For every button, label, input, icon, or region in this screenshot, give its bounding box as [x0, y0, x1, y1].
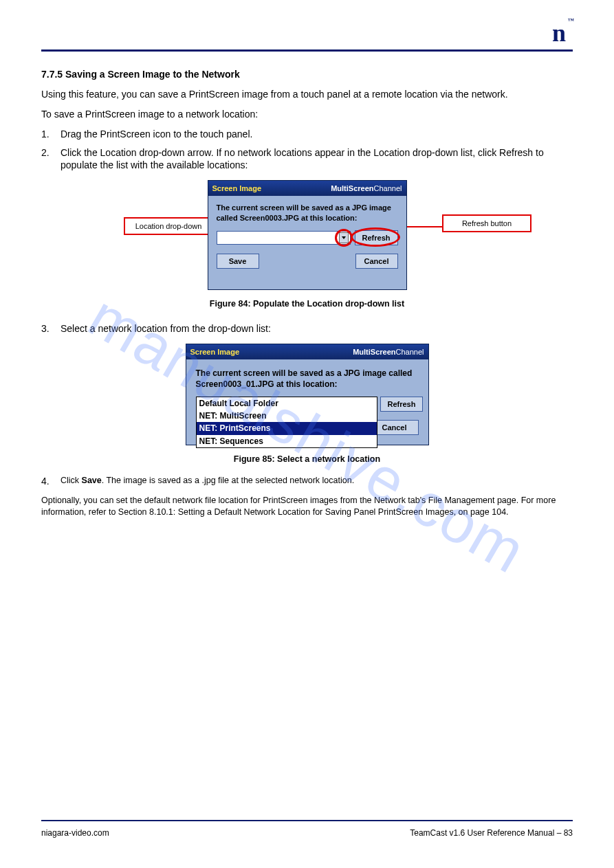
closing-para: Optionally, you can set the default netw… [41, 495, 573, 518]
step-2-text: Click the Location drop-down arrow. If n… [61, 146, 573, 173]
location-listbox[interactable]: Default Local Folder NET: MultiScreen NE… [196, 397, 377, 448]
brand-logo: n ™ [552, 21, 566, 45]
footer-left: niagara-video.com [41, 828, 109, 838]
header-divider [41, 49, 573, 52]
footer-divider [41, 820, 573, 821]
dialog-brand: MultiScreenChannel [331, 183, 402, 194]
intro-para-2: To save a PrintScreen image to a network… [41, 108, 573, 121]
step-1-num: 1. [41, 128, 61, 141]
step-3-text: Select a network location from the drop-… [61, 322, 573, 335]
dialog-brand-2: MultiScreenChannel [353, 347, 424, 357]
refresh-button-2[interactable]: Refresh [380, 397, 424, 412]
dialog-message-2: The current screen will be saved as a JP… [196, 368, 419, 390]
brand-tm: ™ [568, 18, 574, 24]
screen-image-dialog-2: Screen Image MultiScreenChannel The curr… [186, 344, 429, 445]
callout-location-dropdown: Location drop-down [124, 217, 213, 235]
callout-location-dropdown-label: Location drop-down [135, 221, 202, 232]
screen-image-dialog-1: Screen Image MultiScreenChannel The curr… [208, 180, 407, 290]
location-dropdown[interactable] [217, 231, 351, 245]
list-item[interactable]: Default Local Folder [197, 397, 377, 410]
highlight-oval-refresh [351, 227, 400, 247]
step-3-num: 3. [41, 322, 61, 335]
dialog-message: The current screen will be saved as a JP… [217, 203, 398, 223]
callout-refresh-button-label: Refresh button [462, 219, 512, 229]
step-1-text: Drag the PrintScreen icon to the touch p… [61, 128, 573, 141]
intro-para-1: Using this feature, you can save a Print… [41, 88, 573, 101]
step-4-num: 4. [41, 475, 61, 488]
footer-right: TeamCast v1.6 User Reference Manual – 83 [410, 828, 573, 838]
figure-85-caption: Figure 85: Select a network location [41, 454, 573, 465]
step-4-text: Click Save. The image is saved as a .jpg… [61, 475, 573, 488]
dialog-titlebar: Screen Image MultiScreenChannel [208, 181, 406, 196]
figure-84-caption: Figure 84: Populate the Location drop-do… [41, 298, 573, 310]
list-item[interactable]: NET: Sequences [197, 435, 377, 447]
brand-letter: n [552, 19, 566, 47]
cancel-button-2[interactable]: Cancel [371, 420, 419, 435]
save-button[interactable]: Save [217, 254, 259, 269]
section-title: 7.7.5 Saving a Screen Image to the Netwo… [41, 68, 573, 81]
callout-refresh-button: Refresh button [442, 214, 531, 232]
cancel-button[interactable]: Cancel [355, 254, 398, 269]
dialog-title-text-2: Screen Image [190, 347, 240, 357]
list-item[interactable]: NET: MultiScreen [197, 410, 377, 422]
list-item-selected[interactable]: NET: PrintScreens [197, 422, 377, 434]
dialog-titlebar-2: Screen Image MultiScreenChannel [186, 344, 428, 359]
dialog-title-text: Screen Image [212, 183, 262, 194]
highlight-oval-dropdown [335, 229, 353, 247]
step-2-num: 2. [41, 146, 61, 173]
